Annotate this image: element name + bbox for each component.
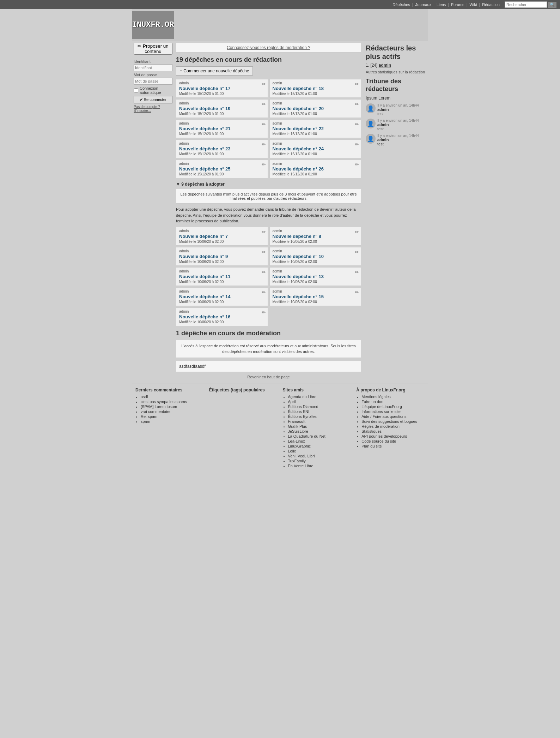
site-link[interactable]: LinuxGraphic (288, 444, 311, 448)
depeche-card[interactable]: admin Nouvelle dépêche n° 21 Modifiée le… (176, 119, 268, 138)
comment-item[interactable]: [SPAM] Lorem ipsum (141, 404, 204, 409)
comment-item[interactable]: spam (141, 419, 204, 424)
depeche-card[interactable]: admin Nouvelle dépêche n° 7 Modifiée le … (176, 227, 268, 246)
search-input[interactable] (505, 1, 547, 8)
depeche-title[interactable]: Nouvelle dépêche n° 13 (273, 274, 358, 279)
comment-link[interactable]: spam (141, 419, 150, 424)
depeche-card[interactable]: admin Nouvelle dépêche n° 19 Modifiée le… (176, 99, 268, 118)
depeche-title[interactable]: Nouvelle dépêche n° 10 (273, 254, 358, 259)
connect-button[interactable]: ✔ Se connecter (134, 96, 172, 103)
site-link[interactable]: Éditions ENI (288, 409, 310, 414)
depeche-title[interactable]: Nouvelle dépêche n° 24 (273, 146, 358, 151)
apropos-item[interactable]: Aide / Foire aux questions (361, 414, 425, 419)
apropos-item[interactable]: Code source du site (361, 439, 425, 443)
site-link[interactable]: Éditions Eyrolles (288, 414, 317, 419)
register-link[interactable]: Pas de compte ? S'inscrire... (134, 105, 160, 113)
depeche-card[interactable]: admin Nouvelle dépêche n° 10 Modifiée le… (269, 247, 361, 266)
back-to-top-link[interactable]: Revenir en haut de page (247, 375, 290, 379)
depeche-title[interactable]: Nouvelle dépêche n° 22 (273, 126, 358, 131)
apropos-link[interactable]: Informations sur le site (361, 409, 401, 414)
site-link[interactable]: Grafik Plus (288, 424, 307, 428)
other-stats-link[interactable]: Autres statistiques sur la rédaction (366, 70, 425, 74)
comment-link[interactable]: vrai commentaire (141, 409, 170, 414)
apropos-item[interactable]: Statistiques (361, 429, 425, 433)
apropos-link[interactable]: Aide / Foire aux questions (361, 414, 406, 419)
apropos-link[interactable]: Code source du site (361, 439, 396, 443)
depeche-card[interactable]: admin Nouvelle dépêche n° 11 Modifiée le… (176, 267, 268, 286)
depeche-card[interactable]: admin Nouvelle dépêche n° 16 Modifiée le… (176, 307, 268, 326)
apropos-item[interactable]: Mentions légales (361, 395, 425, 399)
depeche-title[interactable]: Nouvelle dépêche n° 17 (179, 86, 265, 91)
depeche-title[interactable]: Nouvelle dépêche n° 20 (273, 106, 358, 111)
edit-icon[interactable]: ✏ (262, 142, 266, 147)
new-depeche-button[interactable]: + Commencer une nouvelle dépêche (176, 66, 253, 76)
site-item[interactable]: Léa-Linux (288, 439, 351, 443)
depeche-title[interactable]: Nouvelle dépêche n° 11 (179, 274, 265, 279)
site-item[interactable]: April (288, 400, 351, 404)
password-input[interactable] (134, 78, 172, 85)
depeche-card[interactable]: admin Nouvelle dépêche n° 25 Modifiée le… (176, 160, 268, 178)
edit-icon[interactable]: ✏ (355, 249, 359, 255)
depeche-card[interactable]: admin Nouvelle dépêche n° 14 Modifiée le… (176, 287, 268, 306)
apropos-link[interactable]: Plan du site (361, 444, 382, 448)
depeche-title[interactable]: Nouvelle dépêche n° 21 (179, 126, 265, 131)
apropos-item[interactable]: Plan du site (361, 444, 425, 448)
comment-link[interactable]: asdf (141, 395, 148, 399)
edit-icon[interactable]: ✏ (262, 289, 266, 295)
site-link[interactable]: La Quadrature du Net (288, 434, 325, 438)
site-item[interactable]: LinuxGraphic (288, 444, 351, 448)
site-link[interactable]: Veni, Vedi, Libri (288, 454, 315, 458)
site-item[interactable]: TuxFamily (288, 459, 351, 463)
identifiant-input[interactable] (134, 64, 172, 71)
comment-link[interactable]: c'est pas sympa les spams (141, 400, 187, 404)
depeche-title[interactable]: Nouvelle dépêche n° 14 (179, 294, 265, 299)
edit-icon[interactable]: ✏ (262, 249, 266, 255)
edit-icon[interactable]: ✏ (262, 310, 266, 315)
edit-icon[interactable]: ✏ (355, 269, 359, 275)
moderation-item[interactable]: asdfasdfaasdf (176, 361, 361, 372)
site-item[interactable]: La Quadrature du Net (288, 434, 351, 438)
nav-journaux[interactable]: Journaux (415, 2, 431, 7)
edit-icon[interactable]: ✏ (355, 162, 359, 167)
site-item[interactable]: Agenda du Libre (288, 395, 351, 399)
nav-depeches[interactable]: Dépêches (392, 2, 410, 7)
depeche-title[interactable]: Nouvelle dépêche n° 25 (179, 166, 265, 172)
depeche-title[interactable]: Nouvelle dépêche n° 9 (179, 254, 265, 259)
site-link[interactable]: TuxFamily (288, 459, 306, 463)
edit-icon[interactable]: ✏ (262, 81, 266, 87)
edit-icon[interactable]: ✏ (262, 101, 266, 107)
nav-wiki[interactable]: Wiki (470, 2, 477, 7)
edit-icon[interactable]: ✏ (355, 121, 359, 127)
depeche-card[interactable]: admin Nouvelle dépêche n° 20 Modifiée le… (269, 99, 361, 118)
site-link[interactable]: April (288, 400, 296, 404)
redacteur-link[interactable]: admin (379, 63, 391, 68)
comment-item[interactable]: Re: spam (141, 414, 204, 419)
comment-item[interactable]: c'est pas sympa les spams (141, 400, 204, 404)
apropos-item[interactable]: Faire un don (361, 400, 425, 404)
depeche-card[interactable]: admin Nouvelle dépêche n° 17 Modifiée le… (176, 79, 268, 98)
nav-redaction[interactable]: Rédaction (482, 2, 500, 7)
edit-icon[interactable]: ✏ (262, 269, 266, 275)
depeche-card[interactable]: admin Nouvelle dépêche n° 26 Modifiée le… (269, 160, 361, 178)
depeche-card[interactable]: admin Nouvelle dépêche n° 15 Modifiée le… (269, 287, 361, 306)
site-item[interactable]: Grafik Plus (288, 424, 351, 428)
edit-icon[interactable]: ✏ (262, 121, 266, 127)
site-item[interactable]: Lolix (288, 449, 351, 453)
apropos-link[interactable]: Suivi des suggestions et bogues (361, 419, 417, 424)
apropos-link[interactable]: Mentions légales (361, 395, 391, 399)
depeche-card[interactable]: admin Nouvelle dépêche n° 9 Modifiée le … (176, 247, 268, 266)
site-link[interactable]: Agenda du Libre (288, 395, 317, 399)
depeche-card[interactable]: admin Nouvelle dépêche n° 8 Modifiée le … (269, 227, 361, 246)
comment-item[interactable]: asdf (141, 395, 204, 399)
edit-icon[interactable]: ✏ (355, 142, 359, 147)
depeche-title[interactable]: Nouvelle dépêche n° 23 (179, 146, 265, 151)
depeche-title[interactable]: Nouvelle dépêche n° 26 (273, 166, 358, 172)
depeche-title[interactable]: Nouvelle dépêche n° 18 (273, 86, 358, 91)
adopt-toggle[interactable]: ▼ 9 dépêches à adopter (176, 182, 361, 187)
apropos-item[interactable]: L'équipe de LinuxFr.org (361, 404, 425, 409)
site-link[interactable]: Lolix (288, 449, 296, 453)
apropos-link[interactable]: API pour les développeurs (361, 434, 407, 438)
propose-content-button[interactable]: ✏ Proposer un contenu (134, 43, 172, 55)
auto-connect-checkbox[interactable] (134, 88, 138, 93)
rules-link[interactable]: Connaissez-vous les règles de modération… (227, 45, 310, 50)
